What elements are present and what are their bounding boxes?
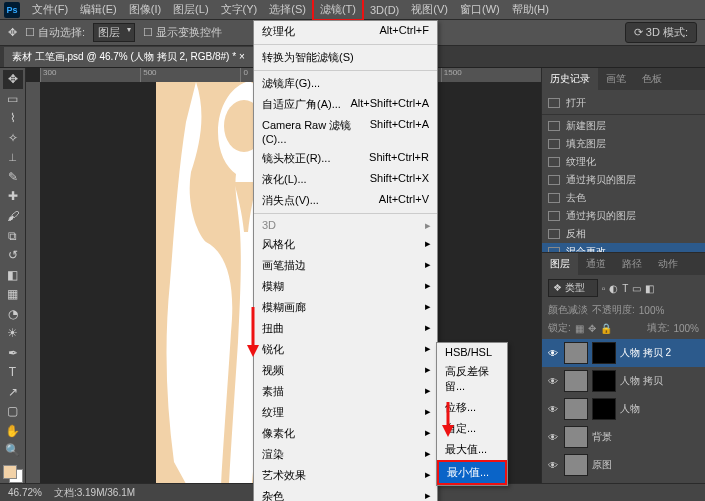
lock-all-icon[interactable]: 🔒: [600, 323, 612, 334]
menu-lens-correction[interactable]: 镜头校正(R)...Shift+Ctrl+R: [254, 148, 437, 169]
menu-select[interactable]: 选择(S): [263, 0, 312, 19]
menu-vanishing-point[interactable]: 消失点(V)...Alt+Ctrl+V: [254, 190, 437, 211]
history-item[interactable]: 通过拷贝的图层: [542, 207, 705, 225]
history-item[interactable]: 新建图层: [542, 117, 705, 135]
menu-window[interactable]: 窗口(W): [454, 0, 506, 19]
filter-img-icon[interactable]: ▫: [602, 283, 606, 294]
filter-smart-icon[interactable]: ◧: [645, 283, 654, 294]
menu-file[interactable]: 文件(F): [26, 0, 74, 19]
menu-adaptive-wide[interactable]: 自适应广角(A)...Alt+Shift+Ctrl+A: [254, 94, 437, 115]
lock-position-icon[interactable]: ✥: [588, 323, 596, 334]
visibility-icon[interactable]: 👁: [546, 432, 560, 443]
tab-brushes[interactable]: 画笔: [598, 68, 634, 90]
submenu-highpass[interactable]: 高反差保留...: [437, 361, 507, 397]
submenu-minimum[interactable]: 最小值...: [437, 460, 507, 485]
layer-thumb[interactable]: [564, 426, 588, 448]
opacity-value[interactable]: 100%: [639, 305, 665, 316]
layer-row[interactable]: 👁 人物 拷贝: [542, 367, 705, 395]
menu-camera-raw[interactable]: Camera Raw 滤镜(C)...Shift+Ctrl+A: [254, 115, 437, 148]
menu-video[interactable]: 视频: [254, 360, 437, 381]
show-transform-checkbox[interactable]: ☐显示变换控件: [143, 25, 222, 40]
menu-distort[interactable]: 扭曲: [254, 318, 437, 339]
layer-row[interactable]: 👁 人物 拷贝 2: [542, 339, 705, 367]
menu-noise[interactable]: 杂色: [254, 486, 437, 501]
zoom-level[interactable]: 46.72%: [8, 487, 42, 498]
submenu-hsb[interactable]: HSB/HSL: [437, 343, 507, 361]
menu-sketch[interactable]: 素描: [254, 381, 437, 402]
menu-blur[interactable]: 模糊: [254, 276, 437, 297]
history-item[interactable]: 打开: [542, 94, 705, 112]
visibility-icon[interactable]: 👁: [546, 404, 560, 415]
move-tool[interactable]: ✥: [3, 70, 23, 89]
layer-thumb[interactable]: [564, 342, 588, 364]
history-item[interactable]: 去色: [542, 189, 705, 207]
visibility-icon[interactable]: 👁: [546, 348, 560, 359]
lasso-tool[interactable]: ⌇: [3, 109, 23, 128]
eyedropper-tool[interactable]: ✎: [3, 168, 23, 187]
history-item[interactable]: 反相: [542, 225, 705, 243]
stamp-tool[interactable]: ⧉: [3, 226, 23, 245]
pen-tool[interactable]: ✒: [3, 343, 23, 362]
tab-channels[interactable]: 通道: [578, 253, 614, 275]
zoom-tool[interactable]: 🔍: [3, 441, 23, 460]
auto-select-checkbox[interactable]: ☐自动选择:: [25, 25, 85, 40]
menu-type[interactable]: 文字(Y): [215, 0, 264, 19]
layer-thumb[interactable]: [564, 370, 588, 392]
brush-tool[interactable]: 🖌: [3, 207, 23, 226]
layer-thumb[interactable]: [564, 454, 588, 476]
type-tool[interactable]: T: [3, 363, 23, 382]
shape-tool[interactable]: ▢: [3, 402, 23, 421]
layer-kind-filter[interactable]: ❖ 类型: [548, 279, 598, 297]
blur-tool[interactable]: ◔: [3, 304, 23, 323]
menu-help[interactable]: 帮助(H): [506, 0, 555, 19]
filter-type-icon[interactable]: T: [622, 283, 628, 294]
history-item[interactable]: 混合更改: [542, 243, 705, 252]
fg-color-swatch[interactable]: [3, 465, 17, 479]
path-tool[interactable]: ↗: [3, 383, 23, 402]
menu-filter[interactable]: 滤镜(T): [312, 0, 364, 21]
history-brush-tool[interactable]: ↺: [3, 246, 23, 265]
layer-mask-thumb[interactable]: [592, 370, 616, 392]
layer-thumb[interactable]: [564, 398, 588, 420]
menu-3d[interactable]: 3D(D): [364, 2, 405, 18]
menu-blur-gallery[interactable]: 模糊画廊: [254, 297, 437, 318]
tab-paths[interactable]: 路径: [614, 253, 650, 275]
lock-pixels-icon[interactable]: ▦: [575, 323, 584, 334]
heal-tool[interactable]: ✚: [3, 187, 23, 206]
layer-name[interactable]: 人物: [620, 402, 701, 416]
layer-mask-thumb[interactable]: [592, 398, 616, 420]
history-item[interactable]: 填充图层: [542, 135, 705, 153]
layer-name[interactable]: 人物 拷贝: [620, 374, 701, 388]
menu-last-filter[interactable]: 纹理化Alt+Ctrl+F: [254, 21, 437, 42]
menu-sharpen[interactable]: 锐化: [254, 339, 437, 360]
menu-brush-strokes[interactable]: 画笔描边: [254, 255, 437, 276]
filter-adj-icon[interactable]: ◐: [609, 283, 618, 294]
auto-select-mode[interactable]: 图层: [93, 23, 135, 42]
menu-image[interactable]: 图像(I): [123, 0, 167, 19]
history-item[interactable]: 纹理化: [542, 153, 705, 171]
eraser-tool[interactable]: ◧: [3, 265, 23, 284]
menu-render[interactable]: 渲染: [254, 444, 437, 465]
menu-texture[interactable]: 纹理: [254, 402, 437, 423]
menu-3d[interactable]: 3D: [254, 216, 437, 234]
wand-tool[interactable]: ✧: [3, 129, 23, 148]
blend-mode-select[interactable]: 颜色减淡: [548, 303, 588, 317]
menu-liquify[interactable]: 液化(L)...Shift+Ctrl+X: [254, 169, 437, 190]
layer-name[interactable]: 背景: [592, 430, 701, 444]
fill-value[interactable]: 100%: [673, 323, 699, 334]
tab-layers[interactable]: 图层: [542, 253, 578, 275]
dodge-tool[interactable]: ☀: [3, 324, 23, 343]
menu-view[interactable]: 视图(V): [405, 0, 454, 19]
layer-row[interactable]: 👁 背景: [542, 423, 705, 451]
document-tab[interactable]: 素材 工笔画.psd @ 46.7% (人物 拷贝 2, RGB/8#) * ×: [4, 47, 253, 67]
menu-edit[interactable]: 编辑(E): [74, 0, 123, 19]
menu-filter-gallery[interactable]: 滤镜库(G)...: [254, 73, 437, 94]
menu-layer[interactable]: 图层(L): [167, 0, 214, 19]
filter-shape-icon[interactable]: ▭: [632, 283, 641, 294]
3d-mode-button[interactable]: ⟳ 3D 模式:: [625, 22, 697, 43]
layer-name[interactable]: 人物 拷贝 2: [620, 346, 701, 360]
menu-stylize[interactable]: 风格化: [254, 234, 437, 255]
tab-history[interactable]: 历史记录: [542, 68, 598, 90]
tab-actions[interactable]: 动作: [650, 253, 686, 275]
menu-artistic[interactable]: 艺术效果: [254, 465, 437, 486]
